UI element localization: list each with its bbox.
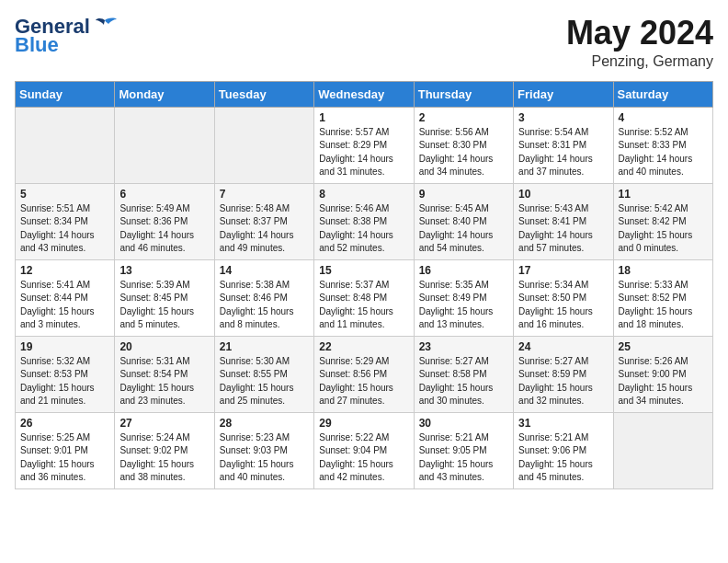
day-number: 1 bbox=[319, 111, 409, 124]
calendar-cell: 10Sunrise: 5:43 AMSunset: 8:41 PMDayligh… bbox=[514, 183, 613, 259]
cell-text: Sunrise: 5:30 AMSunset: 8:55 PMDaylight:… bbox=[220, 355, 310, 408]
weekday-header: Tuesday bbox=[214, 81, 313, 107]
calendar-cell: 4Sunrise: 5:52 AMSunset: 8:33 PMDaylight… bbox=[613, 107, 712, 183]
cell-text: Sunrise: 5:35 AMSunset: 8:49 PMDaylight:… bbox=[419, 279, 509, 332]
logo: General Blue bbox=[15, 15, 118, 57]
day-number: 6 bbox=[119, 188, 210, 201]
day-number: 8 bbox=[319, 188, 409, 201]
day-number: 16 bbox=[419, 264, 509, 277]
cell-text: Sunrise: 5:33 AMSunset: 8:52 PMDaylight:… bbox=[619, 279, 709, 332]
day-number: 21 bbox=[220, 340, 310, 353]
day-number: 3 bbox=[518, 111, 609, 124]
calendar-week-row: 26Sunrise: 5:25 AMSunset: 9:01 PMDayligh… bbox=[16, 412, 713, 488]
page-header: General Blue May 2024 Penzing, Germany bbox=[15, 15, 713, 70]
calendar-week-row: 1Sunrise: 5:57 AMSunset: 8:29 PMDaylight… bbox=[16, 107, 713, 183]
calendar-cell bbox=[16, 107, 115, 183]
calendar-cell: 17Sunrise: 5:34 AMSunset: 8:50 PMDayligh… bbox=[514, 259, 613, 336]
calendar-week-row: 12Sunrise: 5:41 AMSunset: 8:44 PMDayligh… bbox=[16, 259, 713, 336]
calendar-cell: 16Sunrise: 5:35 AMSunset: 8:49 PMDayligh… bbox=[414, 259, 513, 336]
day-number: 19 bbox=[20, 340, 110, 353]
cell-text: Sunrise: 5:43 AMSunset: 8:41 PMDaylight:… bbox=[518, 202, 609, 256]
day-number: 22 bbox=[319, 340, 409, 353]
calendar-cell: 23Sunrise: 5:27 AMSunset: 8:58 PMDayligh… bbox=[414, 336, 513, 412]
calendar-cell: 22Sunrise: 5:29 AMSunset: 8:56 PMDayligh… bbox=[314, 336, 414, 412]
cell-text: Sunrise: 5:29 AMSunset: 8:56 PMDaylight:… bbox=[319, 355, 409, 408]
calendar-cell: 5Sunrise: 5:51 AMSunset: 8:34 PMDaylight… bbox=[16, 183, 115, 259]
calendar-cell: 2Sunrise: 5:56 AMSunset: 8:30 PMDaylight… bbox=[414, 107, 513, 183]
calendar-cell: 7Sunrise: 5:48 AMSunset: 8:37 PMDaylight… bbox=[214, 183, 313, 259]
cell-text: Sunrise: 5:27 AMSunset: 8:58 PMDaylight:… bbox=[419, 355, 509, 408]
calendar-table: SundayMondayTuesdayWednesdayThursdayFrid… bbox=[15, 81, 713, 489]
calendar-cell: 27Sunrise: 5:24 AMSunset: 9:02 PMDayligh… bbox=[115, 412, 214, 488]
cell-text: Sunrise: 5:57 AMSunset: 8:29 PMDaylight:… bbox=[319, 126, 409, 179]
cell-text: Sunrise: 5:45 AMSunset: 8:40 PMDaylight:… bbox=[419, 202, 509, 256]
cell-text: Sunrise: 5:26 AMSunset: 9:00 PMDaylight:… bbox=[619, 355, 709, 408]
day-number: 26 bbox=[20, 417, 110, 430]
calendar-cell: 1Sunrise: 5:57 AMSunset: 8:29 PMDaylight… bbox=[314, 107, 414, 183]
day-number: 11 bbox=[619, 188, 709, 201]
cell-text: Sunrise: 5:41 AMSunset: 8:44 PMDaylight:… bbox=[20, 279, 110, 332]
day-number: 4 bbox=[619, 111, 709, 124]
cell-text: Sunrise: 5:37 AMSunset: 8:48 PMDaylight:… bbox=[319, 279, 409, 332]
cell-text: Sunrise: 5:23 AMSunset: 9:03 PMDaylight:… bbox=[220, 431, 310, 485]
calendar-cell: 14Sunrise: 5:38 AMSunset: 8:46 PMDayligh… bbox=[214, 259, 313, 336]
month-title: May 2024 bbox=[566, 15, 713, 52]
weekday-header: Monday bbox=[115, 81, 214, 107]
day-number: 7 bbox=[220, 188, 310, 201]
day-number: 9 bbox=[419, 188, 509, 201]
calendar-cell bbox=[214, 107, 313, 183]
calendar-cell: 28Sunrise: 5:23 AMSunset: 9:03 PMDayligh… bbox=[214, 412, 313, 488]
calendar-cell bbox=[613, 412, 712, 488]
cell-text: Sunrise: 5:34 AMSunset: 8:50 PMDaylight:… bbox=[518, 279, 609, 332]
day-number: 2 bbox=[419, 111, 509, 124]
cell-text: Sunrise: 5:22 AMSunset: 9:04 PMDaylight:… bbox=[319, 431, 409, 485]
day-number: 29 bbox=[319, 417, 409, 430]
day-number: 12 bbox=[20, 264, 110, 277]
weekday-header-row: SundayMondayTuesdayWednesdayThursdayFrid… bbox=[16, 81, 713, 107]
day-number: 23 bbox=[419, 340, 509, 353]
weekday-header: Wednesday bbox=[314, 81, 414, 107]
calendar-cell: 31Sunrise: 5:21 AMSunset: 9:06 PMDayligh… bbox=[514, 412, 613, 488]
day-number: 20 bbox=[119, 340, 210, 353]
calendar-week-row: 19Sunrise: 5:32 AMSunset: 8:53 PMDayligh… bbox=[16, 336, 713, 412]
calendar-cell: 29Sunrise: 5:22 AMSunset: 9:04 PMDayligh… bbox=[314, 412, 414, 488]
location-title: Penzing, Germany bbox=[566, 53, 713, 70]
cell-text: Sunrise: 5:49 AMSunset: 8:36 PMDaylight:… bbox=[119, 202, 210, 256]
cell-text: Sunrise: 5:54 AMSunset: 8:31 PMDaylight:… bbox=[518, 126, 609, 179]
cell-text: Sunrise: 5:48 AMSunset: 8:37 PMDaylight:… bbox=[220, 202, 310, 256]
weekday-header: Thursday bbox=[414, 81, 513, 107]
cell-text: Sunrise: 5:27 AMSunset: 8:59 PMDaylight:… bbox=[518, 355, 609, 408]
calendar-cell: 24Sunrise: 5:27 AMSunset: 8:59 PMDayligh… bbox=[514, 336, 613, 412]
logo-blue: Blue bbox=[15, 33, 59, 57]
day-number: 14 bbox=[220, 264, 310, 277]
cell-text: Sunrise: 5:25 AMSunset: 9:01 PMDaylight:… bbox=[20, 431, 110, 485]
day-number: 17 bbox=[518, 264, 609, 277]
calendar-cell: 18Sunrise: 5:33 AMSunset: 8:52 PMDayligh… bbox=[613, 259, 712, 336]
weekday-header: Friday bbox=[514, 81, 613, 107]
calendar-cell: 13Sunrise: 5:39 AMSunset: 8:45 PMDayligh… bbox=[115, 259, 214, 336]
cell-text: Sunrise: 5:24 AMSunset: 9:02 PMDaylight:… bbox=[119, 431, 210, 485]
calendar-cell: 11Sunrise: 5:42 AMSunset: 8:42 PMDayligh… bbox=[613, 183, 712, 259]
day-number: 30 bbox=[419, 417, 509, 430]
calendar-week-row: 5Sunrise: 5:51 AMSunset: 8:34 PMDaylight… bbox=[16, 183, 713, 259]
calendar-cell: 21Sunrise: 5:30 AMSunset: 8:55 PMDayligh… bbox=[214, 336, 313, 412]
calendar-cell: 8Sunrise: 5:46 AMSunset: 8:38 PMDaylight… bbox=[314, 183, 414, 259]
title-block: May 2024 Penzing, Germany bbox=[566, 15, 713, 70]
cell-text: Sunrise: 5:21 AMSunset: 9:05 PMDaylight:… bbox=[419, 431, 509, 485]
day-number: 18 bbox=[619, 264, 709, 277]
cell-text: Sunrise: 5:31 AMSunset: 8:54 PMDaylight:… bbox=[119, 355, 210, 408]
cell-text: Sunrise: 5:38 AMSunset: 8:46 PMDaylight:… bbox=[220, 279, 310, 332]
calendar-cell bbox=[115, 107, 214, 183]
calendar-cell: 19Sunrise: 5:32 AMSunset: 8:53 PMDayligh… bbox=[16, 336, 115, 412]
day-number: 24 bbox=[518, 340, 609, 353]
cell-text: Sunrise: 5:56 AMSunset: 8:30 PMDaylight:… bbox=[419, 126, 509, 179]
day-number: 25 bbox=[619, 340, 709, 353]
cell-text: Sunrise: 5:32 AMSunset: 8:53 PMDaylight:… bbox=[20, 355, 110, 408]
day-number: 15 bbox=[319, 264, 409, 277]
calendar-cell: 26Sunrise: 5:25 AMSunset: 9:01 PMDayligh… bbox=[16, 412, 115, 488]
calendar-cell: 9Sunrise: 5:45 AMSunset: 8:40 PMDaylight… bbox=[414, 183, 513, 259]
day-number: 28 bbox=[220, 417, 310, 430]
cell-text: Sunrise: 5:51 AMSunset: 8:34 PMDaylight:… bbox=[20, 202, 110, 256]
calendar-cell: 15Sunrise: 5:37 AMSunset: 8:48 PMDayligh… bbox=[314, 259, 414, 336]
calendar-cell: 6Sunrise: 5:49 AMSunset: 8:36 PMDaylight… bbox=[115, 183, 214, 259]
